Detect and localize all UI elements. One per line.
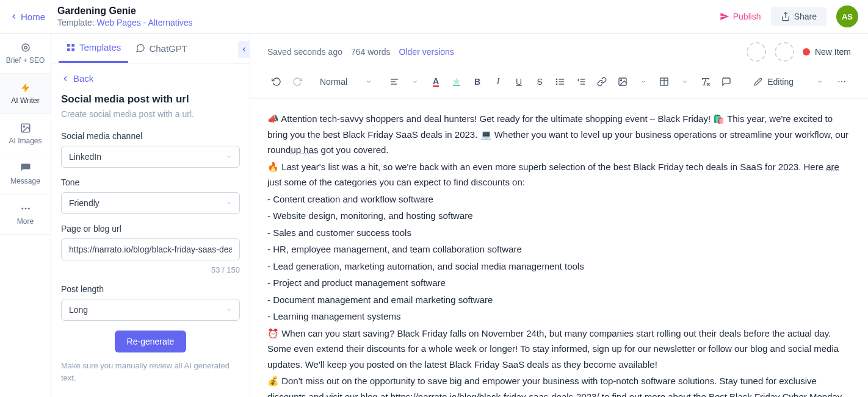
svg-rect-8 — [67, 44, 70, 47]
date-placeholder[interactable] — [775, 42, 794, 62]
sidebar-body: Back Social media post with url Create s… — [51, 63, 250, 397]
nav-label: More — [17, 217, 34, 226]
channel-select[interactable]: LinkedIn — [61, 146, 240, 168]
text-color-button[interactable]: A — [427, 73, 445, 91]
italic-icon: I — [497, 77, 500, 87]
status-label: New Item — [815, 47, 851, 57]
saved-status: Saved seconds ago — [267, 47, 342, 57]
tab-label: ChatGPT — [149, 43, 187, 54]
strike-icon: S — [537, 77, 542, 87]
tone-value: Friendly — [69, 198, 99, 208]
home-link[interactable]: Home — [10, 12, 45, 22]
tone-label: Tone — [61, 177, 240, 187]
length-select[interactable]: Long — [61, 299, 240, 321]
nav-more[interactable]: More — [0, 195, 51, 235]
chevron-left-icon — [10, 12, 18, 21]
url-char-count: 53 / 150 — [61, 265, 240, 274]
length-value: Long — [69, 305, 88, 315]
table-dropdown[interactable] — [676, 73, 694, 91]
image-dropdown[interactable] — [634, 73, 653, 91]
nav-message[interactable]: Message — [0, 154, 51, 195]
project-title: Gardening Genie — [57, 5, 720, 16]
publish-label: Publish — [733, 12, 761, 21]
chevron-down-icon — [366, 79, 372, 85]
url-input[interactable] — [61, 238, 240, 260]
form-note: Make sure you manually review all AI gen… — [61, 360, 240, 384]
length-label: Post length — [61, 284, 240, 294]
dots-icon — [837, 77, 847, 87]
editor-content[interactable]: 📣 Attention tech-savvy shoppers and deal… — [250, 99, 868, 397]
svg-point-4 — [23, 126, 24, 127]
older-versions-link[interactable]: Older versions — [399, 47, 454, 57]
chevron-down-icon — [682, 79, 688, 85]
image-button[interactable] — [613, 73, 632, 91]
list-item: - Website design, monitoring, and hostin… — [267, 208, 851, 224]
clear-format-button[interactable] — [696, 73, 715, 91]
templates-icon — [66, 43, 76, 52]
editor-top: Saved seconds ago 764 words Older versio… — [250, 34, 868, 70]
bullet-list-icon — [555, 77, 565, 87]
url-label: Page or blog url — [61, 224, 240, 234]
tab-templates[interactable]: Templates — [59, 34, 128, 63]
nav-brief-seo[interactable]: Brief + SEO — [0, 34, 51, 74]
bullet-list-button[interactable] — [551, 73, 570, 91]
chevron-left-icon — [61, 74, 70, 83]
template-link[interactable]: Web Pages - Alternatives — [97, 18, 193, 27]
italic-button[interactable]: I — [489, 73, 507, 91]
form-title: Social media post with url — [61, 93, 240, 106]
number-list-button[interactable] — [572, 73, 590, 91]
nav-ai-images[interactable]: AI Images — [0, 114, 51, 154]
channel-value: LinkedIn — [69, 152, 101, 162]
undo-button[interactable] — [267, 73, 286, 91]
chevron-down-icon — [226, 200, 232, 206]
link-button[interactable] — [593, 73, 611, 91]
bold-button[interactable]: B — [468, 73, 486, 91]
redo-button[interactable] — [288, 73, 306, 91]
nav-label: Brief + SEO — [6, 56, 45, 65]
strike-button[interactable]: S — [530, 73, 549, 91]
align-button[interactable] — [385, 73, 403, 91]
collapse-sidebar-button[interactable] — [238, 41, 250, 58]
redo-icon — [292, 77, 302, 87]
align-dropdown[interactable] — [406, 73, 424, 91]
chevron-down-icon — [226, 154, 232, 160]
underline-button[interactable]: U — [510, 73, 528, 91]
field-channel: Social media channel LinkedIn — [61, 131, 240, 168]
svg-rect-10 — [67, 48, 70, 51]
bold-icon: B — [474, 77, 480, 87]
more-button[interactable] — [833, 73, 851, 91]
share-icon — [781, 12, 790, 21]
comment-button[interactable] — [717, 73, 736, 91]
regenerate-button[interactable]: Re-generate — [115, 331, 187, 352]
svg-point-6 — [24, 208, 26, 210]
style-select[interactable]: Normal — [314, 74, 378, 89]
image-icon — [618, 77, 627, 87]
back-link[interactable]: Back — [61, 73, 240, 84]
svg-point-19 — [556, 81, 557, 82]
image-icon — [20, 123, 31, 134]
app-header: Home Gardening Genie Template: Web Pages… — [0, 0, 868, 34]
avatar[interactable]: AS — [836, 5, 858, 27]
share-label: Share — [794, 12, 817, 21]
status-badge[interactable]: New Item — [803, 47, 851, 57]
tab-chatgpt[interactable]: ChatGPT — [128, 34, 195, 63]
share-button[interactable]: Share — [771, 7, 826, 26]
home-label: Home — [21, 12, 45, 22]
style-value: Normal — [320, 77, 347, 87]
publish-button[interactable]: Publish — [720, 12, 761, 21]
back-label: Back — [73, 73, 93, 84]
svg-point-33 — [844, 81, 845, 82]
letter-a-icon: A — [433, 77, 439, 87]
tone-select[interactable]: Friendly — [61, 192, 240, 214]
highlight-button[interactable] — [447, 73, 466, 91]
assignee-placeholder[interactable] — [747, 42, 766, 62]
chevron-down-icon — [226, 307, 232, 313]
tab-label: Templates — [79, 42, 121, 52]
nav-ai-writer[interactable]: AI Writer — [0, 74, 51, 114]
dots-icon — [20, 203, 31, 214]
field-tone: Tone Friendly — [61, 177, 240, 214]
highlight-icon — [452, 77, 461, 87]
main: Brief + SEO AI Writer AI Images Message … — [0, 34, 868, 397]
table-button[interactable] — [655, 73, 673, 91]
editing-mode-select[interactable]: Editing — [754, 77, 823, 87]
